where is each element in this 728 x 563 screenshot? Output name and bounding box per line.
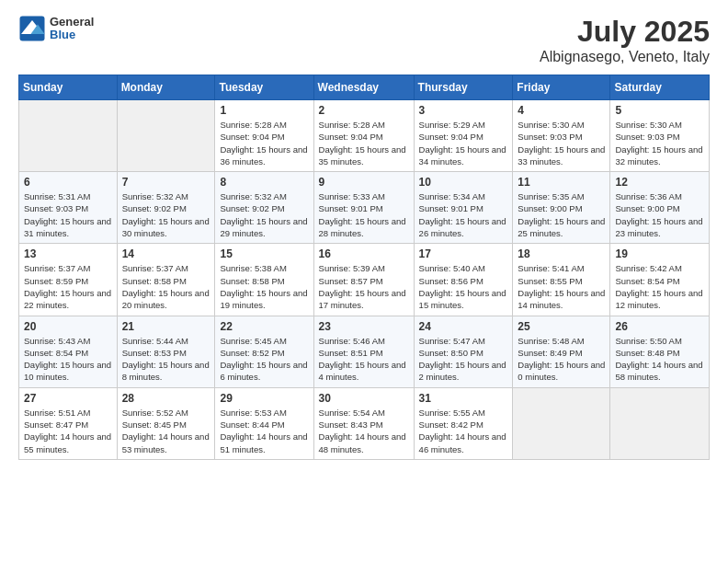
calendar-week-2: 13Sunrise: 5:37 AM Sunset: 8:59 PM Dayli… bbox=[19, 244, 710, 316]
col-saturday: Saturday bbox=[610, 75, 710, 100]
day-number: 11 bbox=[518, 176, 605, 189]
day-number: 14 bbox=[122, 247, 210, 260]
day-info: Sunrise: 5:30 AM Sunset: 9:03 PM Dayligh… bbox=[615, 119, 704, 167]
table-row: 25Sunrise: 5:48 AM Sunset: 8:49 PM Dayli… bbox=[513, 316, 610, 387]
day-number: 28 bbox=[122, 392, 210, 405]
day-number: 18 bbox=[518, 247, 605, 260]
col-thursday: Thursday bbox=[414, 75, 513, 100]
table-row bbox=[117, 100, 215, 172]
day-number: 6 bbox=[24, 176, 112, 189]
table-row: 27Sunrise: 5:51 AM Sunset: 8:47 PM Dayli… bbox=[19, 387, 118, 459]
day-info: Sunrise: 5:37 AM Sunset: 8:58 PM Dayligh… bbox=[122, 262, 210, 311]
logo-text: General Blue bbox=[50, 16, 94, 42]
day-info: Sunrise: 5:32 AM Sunset: 9:02 PM Dayligh… bbox=[220, 190, 308, 239]
day-number: 23 bbox=[319, 320, 409, 333]
table-row: 23Sunrise: 5:46 AM Sunset: 8:51 PM Dayli… bbox=[313, 316, 414, 387]
col-friday: Friday bbox=[513, 75, 610, 100]
day-info: Sunrise: 5:30 AM Sunset: 9:03 PM Dayligh… bbox=[518, 119, 605, 167]
day-info: Sunrise: 5:31 AM Sunset: 9:03 PM Dayligh… bbox=[24, 190, 112, 239]
day-number: 4 bbox=[518, 104, 605, 117]
logo-icon bbox=[18, 15, 46, 42]
logo: General Blue bbox=[18, 15, 94, 42]
calendar-week-0: 1Sunrise: 5:28 AM Sunset: 9:04 PM Daylig… bbox=[19, 100, 710, 172]
day-number: 24 bbox=[419, 320, 508, 333]
col-tuesday: Tuesday bbox=[215, 75, 313, 100]
col-wednesday: Wednesday bbox=[313, 75, 414, 100]
day-number: 16 bbox=[319, 247, 409, 260]
day-number: 20 bbox=[24, 320, 112, 333]
month-title: July 2025 bbox=[540, 15, 710, 49]
col-sunday: Sunday bbox=[19, 75, 118, 100]
day-info: Sunrise: 5:35 AM Sunset: 9:00 PM Dayligh… bbox=[518, 190, 605, 239]
day-number: 30 bbox=[319, 392, 409, 405]
day-number: 12 bbox=[615, 176, 704, 189]
calendar-header-row: Sunday Monday Tuesday Wednesday Thursday… bbox=[19, 75, 710, 100]
day-number: 25 bbox=[518, 320, 605, 333]
day-info: Sunrise: 5:42 AM Sunset: 8:54 PM Dayligh… bbox=[615, 262, 704, 311]
day-info: Sunrise: 5:45 AM Sunset: 8:52 PM Dayligh… bbox=[220, 335, 308, 384]
table-row: 9Sunrise: 5:33 AM Sunset: 9:01 PM Daylig… bbox=[313, 172, 414, 244]
table-row: 30Sunrise: 5:54 AM Sunset: 8:43 PM Dayli… bbox=[313, 387, 414, 459]
table-row: 20Sunrise: 5:43 AM Sunset: 8:54 PM Dayli… bbox=[19, 316, 118, 387]
day-info: Sunrise: 5:44 AM Sunset: 8:53 PM Dayligh… bbox=[122, 335, 210, 384]
day-info: Sunrise: 5:38 AM Sunset: 8:58 PM Dayligh… bbox=[220, 262, 308, 311]
day-number: 8 bbox=[220, 176, 308, 189]
table-row: 17Sunrise: 5:40 AM Sunset: 8:56 PM Dayli… bbox=[414, 244, 513, 316]
table-row: 26Sunrise: 5:50 AM Sunset: 8:48 PM Dayli… bbox=[610, 316, 710, 387]
day-info: Sunrise: 5:37 AM Sunset: 8:59 PM Dayligh… bbox=[24, 262, 112, 311]
day-info: Sunrise: 5:34 AM Sunset: 9:01 PM Dayligh… bbox=[419, 190, 508, 239]
table-row: 22Sunrise: 5:45 AM Sunset: 8:52 PM Dayli… bbox=[215, 316, 313, 387]
logo-general: General bbox=[50, 16, 94, 29]
day-number: 2 bbox=[319, 104, 409, 117]
day-info: Sunrise: 5:52 AM Sunset: 8:45 PM Dayligh… bbox=[122, 407, 210, 455]
day-info: Sunrise: 5:33 AM Sunset: 9:01 PM Dayligh… bbox=[319, 190, 409, 239]
day-number: 10 bbox=[419, 176, 508, 189]
day-number: 3 bbox=[419, 104, 508, 117]
day-number: 31 bbox=[419, 392, 508, 405]
day-info: Sunrise: 5:39 AM Sunset: 8:57 PM Dayligh… bbox=[319, 262, 409, 311]
day-info: Sunrise: 5:32 AM Sunset: 9:02 PM Dayligh… bbox=[122, 190, 210, 239]
location-title: Albignasego, Veneto, Italy bbox=[540, 49, 710, 65]
day-info: Sunrise: 5:53 AM Sunset: 8:44 PM Dayligh… bbox=[220, 407, 308, 455]
day-number: 19 bbox=[615, 247, 704, 260]
day-info: Sunrise: 5:46 AM Sunset: 8:51 PM Dayligh… bbox=[319, 335, 409, 384]
table-row: 24Sunrise: 5:47 AM Sunset: 8:50 PM Dayli… bbox=[414, 316, 513, 387]
day-number: 21 bbox=[122, 320, 210, 333]
table-row: 31Sunrise: 5:55 AM Sunset: 8:42 PM Dayli… bbox=[414, 387, 513, 459]
day-info: Sunrise: 5:28 AM Sunset: 9:04 PM Dayligh… bbox=[319, 119, 409, 167]
table-row: 12Sunrise: 5:36 AM Sunset: 9:00 PM Dayli… bbox=[610, 172, 710, 244]
day-info: Sunrise: 5:29 AM Sunset: 9:04 PM Dayligh… bbox=[419, 119, 508, 167]
day-info: Sunrise: 5:36 AM Sunset: 9:00 PM Dayligh… bbox=[615, 190, 704, 239]
day-number: 5 bbox=[615, 104, 704, 117]
day-number: 9 bbox=[319, 176, 409, 189]
table-row: 10Sunrise: 5:34 AM Sunset: 9:01 PM Dayli… bbox=[414, 172, 513, 244]
day-info: Sunrise: 5:54 AM Sunset: 8:43 PM Dayligh… bbox=[319, 407, 409, 455]
table-row: 14Sunrise: 5:37 AM Sunset: 8:58 PM Dayli… bbox=[117, 244, 215, 316]
table-row bbox=[610, 387, 710, 459]
day-number: 27 bbox=[24, 392, 112, 405]
table-row: 8Sunrise: 5:32 AM Sunset: 9:02 PM Daylig… bbox=[215, 172, 313, 244]
table-row: 1Sunrise: 5:28 AM Sunset: 9:04 PM Daylig… bbox=[215, 100, 313, 172]
day-info: Sunrise: 5:51 AM Sunset: 8:47 PM Dayligh… bbox=[24, 407, 112, 455]
header: General Blue July 2025 Albignasego, Vene… bbox=[18, 15, 710, 65]
day-number: 29 bbox=[220, 392, 308, 405]
day-info: Sunrise: 5:50 AM Sunset: 8:48 PM Dayligh… bbox=[615, 335, 704, 384]
day-number: 7 bbox=[122, 176, 210, 189]
day-number: 17 bbox=[419, 247, 508, 260]
day-number: 26 bbox=[615, 320, 704, 333]
table-row: 5Sunrise: 5:30 AM Sunset: 9:03 PM Daylig… bbox=[610, 100, 710, 172]
day-info: Sunrise: 5:28 AM Sunset: 9:04 PM Dayligh… bbox=[220, 119, 308, 167]
table-row: 11Sunrise: 5:35 AM Sunset: 9:00 PM Dayli… bbox=[513, 172, 610, 244]
table-row bbox=[19, 100, 118, 172]
day-number: 15 bbox=[220, 247, 308, 260]
table-row: 19Sunrise: 5:42 AM Sunset: 8:54 PM Dayli… bbox=[610, 244, 710, 316]
day-info: Sunrise: 5:40 AM Sunset: 8:56 PM Dayligh… bbox=[419, 262, 508, 311]
table-row bbox=[513, 387, 610, 459]
day-info: Sunrise: 5:41 AM Sunset: 8:55 PM Dayligh… bbox=[518, 262, 605, 311]
day-number: 13 bbox=[24, 247, 112, 260]
calendar-week-3: 20Sunrise: 5:43 AM Sunset: 8:54 PM Dayli… bbox=[19, 316, 710, 387]
table-row: 4Sunrise: 5:30 AM Sunset: 9:03 PM Daylig… bbox=[513, 100, 610, 172]
table-row: 28Sunrise: 5:52 AM Sunset: 8:45 PM Dayli… bbox=[117, 387, 215, 459]
day-number: 1 bbox=[220, 104, 308, 117]
table-row: 3Sunrise: 5:29 AM Sunset: 9:04 PM Daylig… bbox=[414, 100, 513, 172]
